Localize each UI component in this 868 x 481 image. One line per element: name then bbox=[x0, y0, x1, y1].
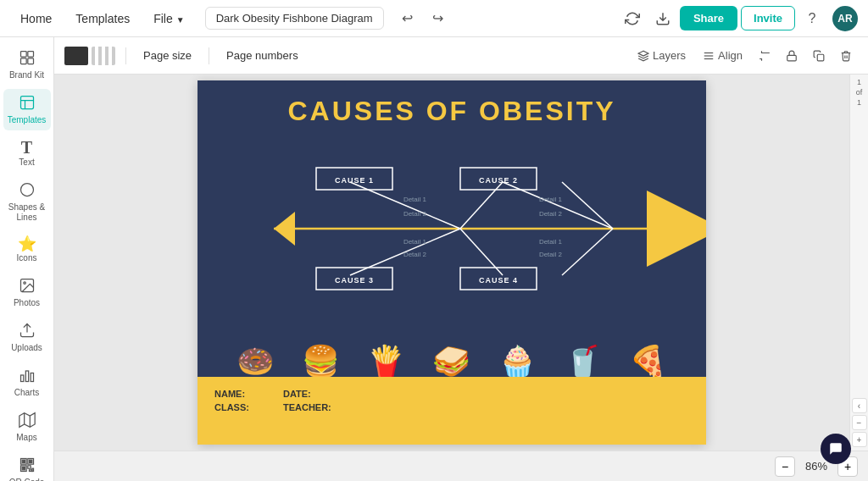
svg-text:Detail 2: Detail 2 bbox=[403, 210, 427, 218]
svg-text:CAUSE 3: CAUSE 3 bbox=[335, 276, 374, 285]
footer-class-label: CLASS: bbox=[214, 402, 249, 412]
status-bar: − 86% + bbox=[54, 451, 868, 481]
layers-icon bbox=[637, 50, 649, 62]
align-button[interactable]: Align bbox=[696, 46, 749, 65]
svg-rect-10 bbox=[31, 373, 33, 382]
download-button[interactable] bbox=[649, 5, 676, 32]
invite-button[interactable]: Invite bbox=[741, 6, 795, 30]
design-canvas: CAUSES OF OBESITY bbox=[198, 80, 706, 445]
food-icon-pizza: 🍕 bbox=[629, 346, 667, 377]
footer-col-right: DATE: TEACHER: bbox=[283, 389, 331, 412]
svg-rect-22 bbox=[29, 470, 31, 472]
sidebar-item-brand-kit[interactable]: Brand Kit bbox=[3, 44, 51, 86]
maps-icon bbox=[19, 412, 36, 431]
zoom-out-button[interactable]: − bbox=[775, 456, 795, 477]
svg-marker-11 bbox=[19, 413, 34, 428]
lock-button[interactable] bbox=[780, 44, 804, 68]
page-zoom-plus[interactable]: + bbox=[852, 432, 867, 447]
sidebar-item-icons[interactable]: ⭐ Icons bbox=[3, 231, 51, 268]
diagram-title: CAUSES OF OBESITY bbox=[198, 80, 706, 135]
food-icon-fries: 🍟 bbox=[367, 346, 405, 377]
footer-date-label: DATE: bbox=[283, 389, 331, 399]
shapes-icon bbox=[19, 181, 36, 201]
sidebar-label-uploads: Uploads bbox=[11, 343, 42, 353]
main-area: Brand Kit Templates T Text Shapes & Line… bbox=[0, 37, 868, 481]
svg-rect-4 bbox=[20, 97, 33, 109]
toolbar-right: Layers Align bbox=[631, 44, 858, 68]
svg-text:Detail 1: Detail 1 bbox=[403, 238, 427, 246]
sidebar-item-maps[interactable]: Maps bbox=[3, 406, 51, 448]
svg-marker-23 bbox=[638, 51, 648, 56]
svg-text:CAUSE 4: CAUSE 4 bbox=[479, 276, 518, 285]
page-current: 1 bbox=[857, 78, 861, 86]
canvas-area[interactable]: CAUSES OF OBESITY bbox=[54, 75, 849, 451]
redo-button[interactable]: ↪ bbox=[425, 5, 452, 32]
food-icon-burger: 🍔 bbox=[302, 346, 340, 377]
secondary-toolbar: Page size Page numbers Layers Align bbox=[54, 37, 868, 75]
footer-teacher-label: TEACHER: bbox=[283, 402, 331, 412]
nav-tab-templates[interactable]: Templates bbox=[65, 7, 140, 30]
nav-tab-home[interactable]: Home bbox=[10, 7, 62, 30]
sidebar-item-charts[interactable]: Charts bbox=[3, 362, 51, 403]
svg-point-5 bbox=[20, 184, 33, 196]
svg-marker-31 bbox=[647, 191, 706, 267]
copy-button[interactable] bbox=[807, 44, 831, 68]
document-title-input[interactable] bbox=[205, 7, 384, 30]
svg-rect-9 bbox=[25, 371, 28, 382]
page-zoom-minus[interactable]: − bbox=[852, 415, 867, 430]
page-thumbnail-grid[interactable] bbox=[92, 47, 115, 65]
page-total: 1 bbox=[857, 98, 861, 107]
svg-text:Detail 1: Detail 1 bbox=[539, 196, 563, 203]
share-button[interactable]: Share bbox=[680, 6, 737, 30]
food-icon-cupcake: 🧁 bbox=[498, 346, 537, 377]
svg-rect-27 bbox=[787, 55, 797, 60]
page-thumbnail-solid[interactable] bbox=[64, 47, 88, 65]
page-size-label[interactable]: Page size bbox=[136, 46, 198, 65]
uploads-icon bbox=[19, 322, 36, 341]
svg-rect-17 bbox=[29, 460, 31, 462]
qr-code-icon bbox=[19, 456, 36, 476]
delete-button[interactable] bbox=[834, 44, 858, 68]
page-numbers-label[interactable]: Page numbers bbox=[220, 46, 305, 65]
crop-button[interactable] bbox=[753, 44, 776, 68]
sidebar-item-uploads[interactable]: Uploads bbox=[3, 317, 51, 358]
sidebar-label-templates: Templates bbox=[8, 115, 47, 125]
svg-rect-15 bbox=[22, 460, 25, 462]
sidebar-item-shapes[interactable]: Shapes & Lines bbox=[3, 176, 51, 228]
page-of: of bbox=[856, 88, 863, 97]
sidebar-item-text[interactable]: T Text bbox=[3, 134, 51, 173]
svg-text:Detail 1: Detail 1 bbox=[403, 196, 427, 203]
sidebar-label-text: Text bbox=[19, 158, 34, 168]
sidebar-item-templates[interactable]: Templates bbox=[3, 89, 51, 130]
sync-icon-button[interactable] bbox=[619, 5, 646, 32]
sidebar-label-shapes: Shapes & Lines bbox=[7, 202, 47, 223]
toolbar-divider-1 bbox=[125, 47, 126, 64]
avatar[interactable]: AR bbox=[832, 6, 858, 31]
align-icon bbox=[703, 50, 715, 62]
svg-rect-0 bbox=[20, 52, 26, 58]
fishbone-diagram: CAUSE 1 CAUSE 2 CAUSE 3 CAUSE 4 bbox=[198, 135, 706, 322]
chat-icon bbox=[828, 441, 843, 456]
page-panel: 1 of 1 ‹ − + bbox=[849, 75, 868, 451]
svg-rect-3 bbox=[27, 58, 33, 64]
page-collapse-button[interactable]: ‹ bbox=[852, 398, 867, 413]
svg-rect-2 bbox=[20, 58, 26, 64]
footer-content: NAME: CLASS: DATE: TEACHER: bbox=[214, 385, 689, 412]
layers-button[interactable]: Layers bbox=[631, 46, 693, 65]
sidebar-item-qr-code[interactable]: QR Code bbox=[3, 451, 51, 481]
svg-text:CAUSE 1: CAUSE 1 bbox=[335, 176, 374, 185]
help-button[interactable]: ? bbox=[798, 5, 826, 32]
chat-button[interactable] bbox=[821, 434, 851, 464]
undo-button[interactable]: ↩ bbox=[394, 5, 421, 32]
svg-text:Detail 2: Detail 2 bbox=[403, 251, 427, 258]
svg-text:Detail 1: Detail 1 bbox=[539, 238, 563, 246]
photos-icon bbox=[19, 277, 36, 296]
svg-rect-20 bbox=[27, 466, 30, 468]
nav-tab-file[interactable]: File ▼ bbox=[143, 7, 194, 30]
sidebar-label-brand-kit: Brand Kit bbox=[9, 70, 44, 80]
sidebar-item-photos[interactable]: Photos bbox=[3, 272, 51, 313]
canvas-wrapper: CAUSES OF OBESITY bbox=[54, 75, 868, 451]
svg-rect-19 bbox=[22, 467, 25, 470]
toolbar-divider-2 bbox=[209, 47, 209, 64]
svg-rect-8 bbox=[20, 375, 23, 382]
